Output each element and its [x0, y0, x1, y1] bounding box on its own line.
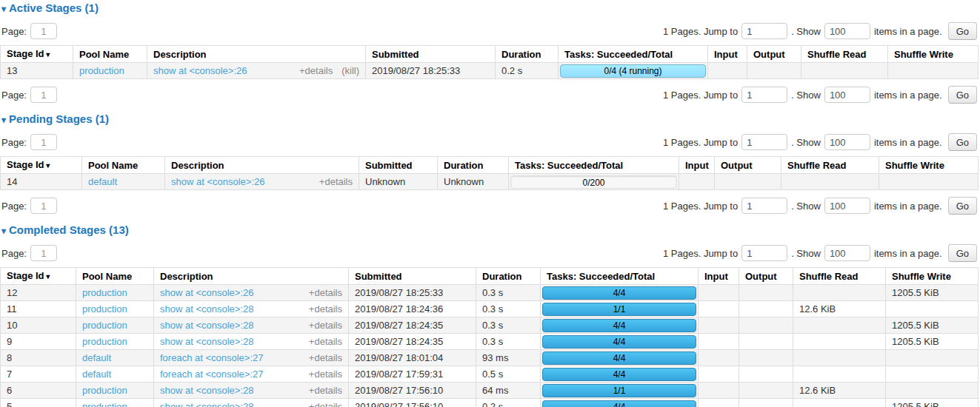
go-button[interactable]: Go	[948, 197, 977, 215]
column-header-description[interactable]: Description	[154, 268, 349, 285]
column-header-pool-name[interactable]: Pool Name	[82, 157, 165, 174]
details-toggle[interactable]: +details	[309, 336, 342, 347]
jump-to-input[interactable]	[741, 23, 787, 39]
column-header-duration[interactable]: Duration	[476, 268, 541, 285]
shuffle-read-cell: 12.6 KiB	[793, 383, 886, 399]
column-header-shuffle-write[interactable]: Shuffle Write	[879, 157, 979, 174]
submitted-cell: Unknown	[359, 174, 438, 190]
column-header-stage-id[interactable]: Stage Id ▾	[1, 268, 76, 285]
description-link[interactable]: show at <console>:28	[160, 303, 253, 314]
pool-name-link[interactable]: production	[82, 336, 127, 347]
details-toggle[interactable]: +details	[309, 352, 342, 363]
active-stages-section: ▾Active Stages (1) Page: 1 Pages. Jump t…	[0, 2, 980, 104]
duration-cell: 0.3 s	[476, 301, 541, 317]
section-header-pending[interactable]: ▾Pending Stages (1)	[0, 113, 980, 126]
column-header-stage-id[interactable]: Stage Id ▾	[1, 46, 73, 63]
column-header-shuffle-read[interactable]: Shuffle Read	[793, 268, 886, 285]
column-header-tasks-succeeded-total[interactable]: Tasks: Succeeded/Total	[541, 268, 699, 285]
details-toggle[interactable]: +details	[319, 176, 353, 187]
column-header-pool-name[interactable]: Pool Name	[73, 46, 147, 63]
details-toggle[interactable]: +details	[299, 65, 333, 76]
details-toggle[interactable]: +details	[309, 303, 342, 314]
description-cell: +detailsshow at <console>:28	[154, 334, 349, 350]
column-header-submitted[interactable]: Submitted	[349, 268, 476, 285]
pool-name-link[interactable]: production	[79, 65, 124, 76]
column-header-stage-id[interactable]: Stage Id ▾	[1, 157, 82, 174]
description-link[interactable]: foreach at <console>:27	[160, 352, 264, 363]
description-link[interactable]: show at <console>:28	[160, 385, 253, 396]
pool-name-link[interactable]: default	[88, 176, 117, 187]
column-header-output[interactable]: Output	[739, 268, 793, 285]
column-header-input[interactable]: Input	[708, 46, 747, 63]
pool-name-link[interactable]: default	[82, 369, 111, 380]
input-cell	[699, 317, 739, 334]
column-header-description[interactable]: Description	[165, 157, 359, 174]
description-link[interactable]: show at <console>:28	[160, 320, 253, 331]
jump-to-input[interactable]	[741, 245, 787, 261]
details-toggle[interactable]: +details	[309, 369, 342, 380]
pool-name-link[interactable]: production	[82, 287, 127, 298]
go-button[interactable]: Go	[948, 244, 977, 262]
details-toggle[interactable]: +details	[309, 385, 342, 396]
column-header-shuffle-read[interactable]: Shuffle Read	[801, 46, 888, 63]
page-number-input[interactable]	[30, 87, 57, 103]
description-link[interactable]: show at <console>:26	[171, 176, 264, 187]
show-count-input[interactable]	[824, 198, 870, 214]
shuffle-write-cell	[879, 174, 979, 190]
column-header-input[interactable]: Input	[699, 268, 739, 285]
column-header-description[interactable]: Description	[147, 46, 366, 63]
column-header-duration[interactable]: Duration	[496, 46, 559, 63]
column-header-submitted[interactable]: Submitted	[359, 157, 438, 174]
page-number-input[interactable]	[30, 198, 57, 214]
column-header-shuffle-write[interactable]: Shuffle Write	[888, 46, 979, 63]
page-number-input[interactable]	[30, 134, 57, 150]
column-header-submitted[interactable]: Submitted	[366, 46, 496, 63]
show-count-input[interactable]	[824, 87, 870, 103]
show-count-input[interactable]	[824, 23, 870, 39]
jump-to-input[interactable]	[741, 134, 787, 150]
tasks-progress-bar: 0/4 (4 running)	[560, 64, 706, 78]
column-header-shuffle-read[interactable]: Shuffle Read	[781, 157, 879, 174]
description-link[interactable]: foreach at <console>:27	[160, 369, 264, 380]
stage-row: 14default+detailsshow at <console>:26Unk…	[1, 174, 979, 190]
page-number-input[interactable]	[30, 23, 57, 39]
go-button[interactable]: Go	[948, 133, 977, 151]
column-header-tasks-succeeded-total[interactable]: Tasks: Succeeded/Total	[559, 46, 708, 63]
pool-name-link[interactable]: production	[82, 303, 127, 314]
pool-name-link[interactable]: production	[82, 320, 127, 331]
show-count-input[interactable]	[824, 245, 870, 261]
description-link[interactable]: show at <console>:28	[160, 336, 253, 347]
kill-link[interactable]: (kill)	[341, 65, 359, 76]
jump-to-input[interactable]	[741, 87, 787, 103]
description-link[interactable]: show at <console>:26	[153, 65, 247, 76]
page-number-input[interactable]	[30, 245, 57, 261]
details-toggle[interactable]: +details	[309, 401, 342, 407]
column-header-pool-name[interactable]: Pool Name	[76, 268, 154, 285]
details-toggle[interactable]: +details	[309, 320, 342, 331]
column-header-tasks-succeeded-total[interactable]: Tasks: Succeeded/Total	[509, 157, 679, 174]
shuffle-write-cell	[886, 383, 979, 399]
duration-cell: 0.3 s	[476, 317, 541, 334]
description-link[interactable]: show at <console>:26	[160, 287, 253, 298]
column-header-output[interactable]: Output	[747, 46, 801, 63]
column-header-duration[interactable]: Duration	[438, 157, 509, 174]
show-count-input[interactable]	[824, 134, 870, 150]
completed-stages-table: Stage Id ▾Pool NameDescriptionSubmittedD…	[0, 267, 979, 407]
column-header-input[interactable]: Input	[679, 157, 715, 174]
details-toggle[interactable]: +details	[309, 287, 342, 298]
column-header-shuffle-write[interactable]: Shuffle Write	[886, 268, 979, 285]
pending-stages-table: Stage Id ▾Pool NameDescriptionSubmittedD…	[0, 156, 979, 190]
show-label: . Show	[791, 248, 821, 259]
pool-name-cell: default	[76, 366, 154, 383]
description-link[interactable]: show at <console>:28	[160, 401, 253, 407]
go-button[interactable]: Go	[948, 86, 977, 104]
section-header-completed[interactable]: ▾Completed Stages (13)	[0, 224, 980, 237]
jump-to-input[interactable]	[741, 198, 787, 214]
description-cell: +detailsshow at <console>:28	[154, 301, 349, 317]
section-header-active[interactable]: ▾Active Stages (1)	[0, 2, 980, 15]
pool-name-link[interactable]: production	[82, 385, 127, 396]
pool-name-link[interactable]: production	[82, 401, 127, 407]
go-button[interactable]: Go	[948, 22, 977, 40]
pool-name-link[interactable]: default	[82, 352, 111, 363]
column-header-output[interactable]: Output	[715, 157, 781, 174]
